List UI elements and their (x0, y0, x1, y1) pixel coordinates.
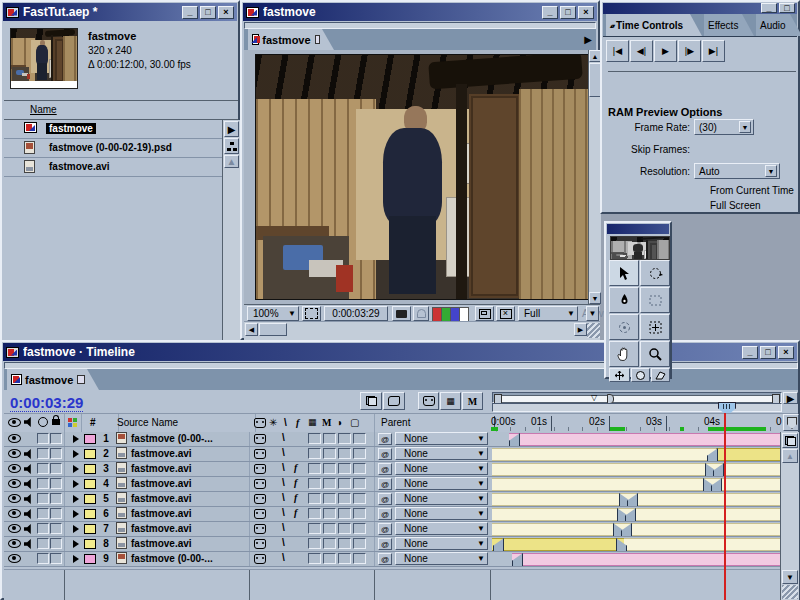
parent-dropdown[interactable]: None▼ (395, 432, 488, 445)
label-color-chip[interactable] (84, 464, 96, 474)
comp-hscroll-thumb[interactable] (259, 323, 287, 336)
quality-toggle[interactable]: \ (282, 507, 285, 518)
switch-cell[interactable] (353, 463, 366, 474)
maximize-button[interactable]: □ (760, 346, 776, 359)
comp-time-display[interactable]: 0:00:03:29 (324, 306, 388, 321)
rect-mask-tool[interactable] (640, 287, 670, 313)
label-color-chip[interactable] (84, 509, 96, 519)
label-color-chip[interactable] (84, 479, 96, 489)
layer-row[interactable]: 2fastmove.avi\@None▼ (4, 447, 780, 462)
layer-duration-bar[interactable] (492, 523, 780, 536)
lock-toggle[interactable] (50, 463, 62, 474)
switch-cell[interactable] (338, 433, 351, 444)
audio-toggle[interactable] (24, 494, 34, 504)
audio-toggle[interactable] (24, 524, 34, 534)
lock-toggle[interactable] (50, 448, 62, 459)
switch-cell[interactable] (353, 478, 366, 489)
switch-cell[interactable] (323, 433, 336, 444)
switch-cell[interactable] (338, 478, 351, 489)
rotation-tool[interactable] (640, 260, 670, 286)
close-button[interactable]: × (218, 6, 234, 19)
lock-toggle[interactable] (50, 553, 62, 564)
layer-source-name[interactable]: fastmove.avi (131, 538, 192, 549)
timeline-overflow-arrow[interactable]: ▶ (783, 392, 798, 404)
expand-arrow[interactable] (73, 435, 79, 443)
solo-toggle[interactable] (37, 523, 49, 534)
switch-cell[interactable] (323, 493, 336, 504)
timeline-titlebar[interactable]: fastmove · Timeline _ □ × (3, 343, 797, 361)
video-toggle[interactable] (8, 449, 21, 458)
pan-behind-tool[interactable] (640, 314, 670, 340)
layer-duration-bar[interactable] (512, 553, 780, 566)
project-flowchart-button[interactable] (224, 138, 239, 154)
layer-bar-track[interactable] (490, 522, 780, 536)
layer-bar-track[interactable] (490, 537, 780, 551)
layer-row[interactable]: 6fastmove.avi\f@None▼ (4, 507, 780, 522)
source-name-column-header[interactable]: Source Name (111, 414, 256, 432)
time-navigator[interactable]: ▽ (492, 392, 782, 403)
label-color-chip[interactable] (84, 494, 96, 504)
timeline-tab-close[interactable] (77, 375, 85, 384)
parent-dropdown[interactable]: None▼ (395, 537, 488, 550)
quality-toggle[interactable]: \ (282, 477, 285, 488)
tab-audio[interactable]: Audio (756, 14, 800, 36)
tab-time-controls[interactable]: ▴▾Time Controls (606, 14, 702, 36)
layer-row[interactable]: 8fastmove.avi\@None▼ (4, 537, 780, 552)
switch-cell[interactable] (323, 448, 336, 459)
audio-toggle[interactable] (24, 449, 34, 459)
layer-source-name[interactable]: fastmove (0-00-... (131, 433, 213, 444)
shy-toggle[interactable] (254, 509, 266, 519)
parent-pickwhip[interactable]: @ (378, 448, 392, 460)
resize-grip[interactable] (587, 323, 600, 338)
parent-pickwhip[interactable]: @ (378, 478, 392, 490)
label-color-chip[interactable] (84, 434, 96, 444)
resolution-ram-dropdown[interactable]: Auto ▼ (694, 163, 780, 179)
video-toggle[interactable] (8, 524, 21, 533)
project-item-label[interactable]: fastmove (46, 123, 96, 134)
switch-cell[interactable] (338, 523, 351, 534)
transparency-grid-button[interactable]: × (496, 306, 515, 321)
lock-toggle[interactable] (50, 523, 62, 534)
quality-toggle[interactable]: \ (282, 552, 285, 563)
parent-pickwhip[interactable]: @ (378, 433, 392, 445)
spiral-tool[interactable] (609, 314, 639, 340)
video-toggle[interactable] (8, 509, 21, 518)
effect-toggle[interactable]: f (294, 477, 297, 488)
layer-bar-track[interactable] (490, 552, 780, 566)
minimize-button[interactable]: _ (742, 346, 758, 359)
layer-bar-track[interactable] (490, 477, 780, 491)
safe-zones-button[interactable] (302, 306, 321, 321)
layer-duration-bar[interactable] (492, 538, 624, 551)
maximize-button[interactable]: □ (560, 6, 576, 19)
parent-pickwhip[interactable]: @ (378, 553, 392, 565)
minimize-button[interactable]: _ (542, 6, 558, 19)
layer-source-name[interactable]: fastmove.avi (131, 448, 192, 459)
switch-cell[interactable] (308, 448, 321, 459)
enable-frame-blend-button[interactable]: ▦ (440, 392, 461, 410)
project-item-label[interactable]: fastmove (0-00-02-19).psd (46, 142, 175, 153)
quality-toggle[interactable]: \ (282, 432, 285, 443)
switch-cell[interactable] (323, 478, 336, 489)
palette-titlebar[interactable]: _ □ (603, 3, 797, 14)
switch-cell[interactable] (338, 448, 351, 459)
video-toggle[interactable] (8, 479, 21, 488)
timeline-tab[interactable]: fastmove (7, 369, 99, 390)
timeline-comp-button[interactable] (782, 433, 798, 448)
timeline-current-time[interactable]: 0:00:03:29 (10, 394, 83, 412)
last-frame-button[interactable]: ▶| (702, 40, 725, 62)
axis-local-mode[interactable] (609, 368, 630, 382)
switches-column-header[interactable]: ✳ \ f ▦ M ◑ ▢ (250, 414, 375, 432)
shy-toggle[interactable] (254, 539, 266, 549)
project-item-label[interactable]: fastmove.avi (46, 161, 113, 172)
maximize-button[interactable]: □ (779, 3, 795, 13)
parent-dropdown[interactable]: None▼ (395, 552, 488, 565)
switch-cell[interactable] (308, 553, 321, 564)
tab-overflow-arrow[interactable]: ▶ (584, 34, 592, 45)
enable-shy-button[interactable] (418, 392, 439, 410)
layer-source-name[interactable]: fastmove (0-00-... (131, 553, 213, 564)
zoom-tool[interactable] (640, 341, 670, 367)
label-color-chip[interactable] (84, 539, 96, 549)
project-titlebar[interactable]: FastTut.aep * _ □ × (3, 3, 237, 21)
solo-toggle[interactable] (37, 448, 49, 459)
parent-column-header[interactable]: Parent (375, 414, 497, 432)
